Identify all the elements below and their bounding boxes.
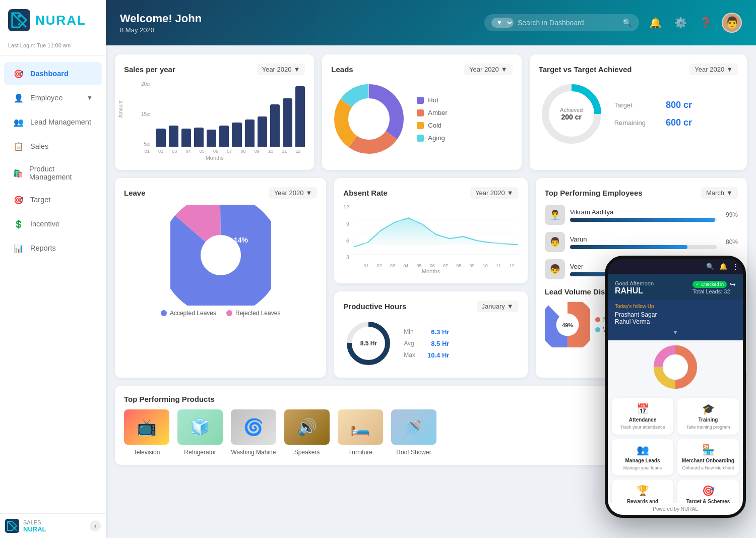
leads-year-selector[interactable]: Year 2020 ▼ xyxy=(464,64,513,75)
manage-leads-icon: 👥 xyxy=(637,444,649,456)
absent-x-labels: 010203040506 070809101112 xyxy=(359,263,518,268)
chevron-down-icon: ▼ xyxy=(726,66,733,73)
amber-color xyxy=(417,109,424,116)
gear-icon[interactable]: ⚙️ xyxy=(671,14,689,32)
attendance-icon: 📅 xyxy=(637,403,649,415)
collapse-button[interactable]: ‹ xyxy=(90,520,101,531)
training-icon: 🎓 xyxy=(702,403,715,415)
merchant-title: Merchant Onboarding xyxy=(682,458,734,463)
sidebar-item-label: Product Management xyxy=(29,165,93,181)
min-value: 6.3 Hr xyxy=(431,328,449,336)
sales-year-selector[interactable]: Year 2020 ▼ xyxy=(257,64,305,75)
accepted-color xyxy=(161,310,167,316)
product-furniture: 🛏️ Furniture xyxy=(338,409,383,456)
chart-x-title: Months xyxy=(124,155,305,161)
emp-info-2: Varun xyxy=(570,235,717,249)
bar xyxy=(181,129,191,147)
chevron-down-icon: ▼ xyxy=(726,189,733,197)
productive-gauge: 8.5 Hr xyxy=(343,318,394,369)
phone-logout-icon: ↪ xyxy=(730,280,736,288)
sidebar-item-label: Dashboard xyxy=(30,70,69,78)
min-row: Min 6.3 Hr xyxy=(404,328,449,336)
search-input[interactable] xyxy=(518,19,618,27)
chevron-down-icon: ▼ xyxy=(672,329,678,336)
sidebar-item-product-management[interactable]: 🛍️ Product Management xyxy=(4,159,102,187)
svg-text:86%: 86% xyxy=(203,258,219,267)
product-name-roof-shower: Roof Shower xyxy=(396,449,431,456)
leave-year-label: Year 2020 xyxy=(274,189,304,197)
absent-line-chart xyxy=(354,205,518,262)
legend-cold: Cold xyxy=(417,122,447,129)
phone-grid-merchant[interactable]: 🏪 Merchant Onboarding Onboard a New Merc… xyxy=(677,439,739,475)
leave-year-selector[interactable]: Year 2020 ▼ xyxy=(269,187,318,199)
leads-donut-chart xyxy=(331,81,407,157)
rejected-legend: Rejected Leaves xyxy=(226,310,280,317)
phone-bell-icon: 🔔 xyxy=(719,263,727,270)
leads-subtitle: Manage your leads xyxy=(623,465,662,470)
employees-card-title: Top Performing Employees xyxy=(545,189,643,197)
aging-color xyxy=(417,135,424,142)
product-name-speakers: Speakers xyxy=(294,449,320,456)
target-year-selector[interactable]: Year 2020 ▼ xyxy=(689,64,738,75)
header-date: 8 May 2020 xyxy=(120,26,202,34)
sidebar-item-lead-management[interactable]: 👥 Lead Management xyxy=(4,110,102,134)
svg-point-10 xyxy=(349,99,389,139)
target-gauge: Achieved 200 cr xyxy=(539,81,604,147)
header-right: ▼ 🔍 🔔 ⚙️ ❓ 👨 xyxy=(484,13,742,33)
west-color xyxy=(595,327,600,332)
sales-per-year-card: Sales per year Year 2020 ▼ Amount 20cr 1… xyxy=(115,54,314,170)
chevron-down-icon: ▼ xyxy=(507,189,514,197)
target-year-label: Year 2020 xyxy=(695,66,724,73)
phone-grid-training[interactable]: 🎓 Training Take training program xyxy=(677,398,739,435)
absent-card-title: Absent Rate xyxy=(343,189,388,197)
accepted-label: Accepted Leaves xyxy=(170,310,216,317)
phone-grid-attendance[interactable]: 📅 Attendance Track your attendance xyxy=(612,398,673,435)
employees-month-selector[interactable]: March ▼ xyxy=(701,187,738,199)
employees-card-header: Top Performing Employees March ▼ xyxy=(545,187,738,199)
y-label-15: 15cr xyxy=(141,111,151,117)
phone-footer: Powered by NURAL xyxy=(608,503,743,515)
absent-year-selector[interactable]: Year 2020 ▼ xyxy=(470,187,519,199)
phone-frame: 🔍 🔔 ⋮ Good Afternoon RAHUL ✓ Checked in xyxy=(605,256,746,518)
north-color xyxy=(595,317,600,322)
product-name-television: Television xyxy=(134,449,160,456)
product-img-roof-shower: 🚿 xyxy=(391,409,436,445)
notification-icon[interactable]: 🔔 xyxy=(646,14,664,32)
sidebar-item-reports[interactable]: 📊 Reports xyxy=(4,236,102,260)
phone-grid-rewards[interactable]: 🏆 Rewards and Recognition See all your r… xyxy=(612,480,673,503)
header: Welcome! John 8 May 2020 ▼ 🔍 🔔 ⚙️ ❓ 👨 xyxy=(106,0,756,45)
reports-icon: 📊 xyxy=(13,243,24,254)
chart-y-labels: 20cr 15cr 5cr xyxy=(141,81,153,147)
cold-label: Cold xyxy=(428,122,442,129)
sales-card-header: Sales per year Year 2020 ▼ xyxy=(124,64,305,75)
bar xyxy=(245,119,255,147)
phone-grid-leads[interactable]: 👥 Manage Leads Manage your leads xyxy=(612,439,673,475)
employees-month-label: March xyxy=(706,189,724,197)
help-icon[interactable]: ❓ xyxy=(697,14,715,32)
chart-y-title: Amount xyxy=(118,100,123,117)
productive-month-selector[interactable]: January ▼ xyxy=(477,301,519,312)
legend-amber: Amber xyxy=(417,109,447,116)
hours-stats: Min 6.3 Hr Avg 8.5 Hr Max 10.4 Hr xyxy=(404,328,449,359)
sidebar-item-target[interactable]: 🎯 Target xyxy=(4,188,102,211)
max-value: 10.4 Hr xyxy=(427,351,449,359)
search-dropdown[interactable]: ▼ xyxy=(491,18,514,28)
svg-point-2 xyxy=(18,15,21,18)
avg-label: Avg xyxy=(404,340,414,347)
logo-area: NURAL xyxy=(0,0,106,40)
leads-card-header: Leads Year 2020 ▼ xyxy=(331,64,512,75)
phone-expand-btn[interactable]: ▼ xyxy=(615,327,736,336)
absent-card-header: Absent Rate Year 2020 ▼ xyxy=(343,187,518,199)
targets-icon: 🎯 xyxy=(702,485,715,497)
sidebar-item-employee[interactable]: 👤 Employee ▼ xyxy=(4,86,102,109)
sidebar-item-dashboard[interactable]: 🎯 Dashboard xyxy=(4,62,102,85)
productive-content: 8.5 Hr Min 6.3 Hr Avg 8.5 Hr xyxy=(343,318,518,369)
hot-label: Hot xyxy=(428,96,438,104)
remaining-row: Remaining 600 cr xyxy=(614,117,692,128)
avatar[interactable]: 👨 xyxy=(722,13,742,33)
sidebar-item-sales[interactable]: 📋 Sales xyxy=(4,135,102,158)
sidebar-item-incentive[interactable]: 💲 Incentive xyxy=(4,212,102,235)
phone-grid-targets[interactable]: 🎯 Target & Schemes See all your targets xyxy=(677,480,739,503)
sales-icon: 📋 xyxy=(13,141,24,152)
target-row: Target 800 cr xyxy=(614,100,692,110)
